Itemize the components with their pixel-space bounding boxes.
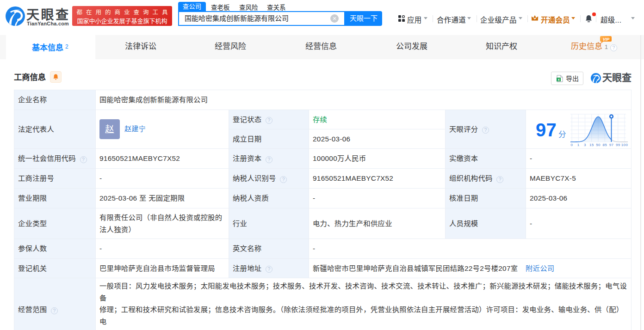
svg-text:3: 3 bbox=[584, 143, 586, 147]
svg-text:VIP: VIP bbox=[603, 37, 610, 42]
svg-text:99: 99 bbox=[616, 143, 620, 147]
svg-text:15: 15 bbox=[589, 143, 594, 147]
svg-text:50: 50 bbox=[596, 143, 601, 147]
svg-text:85: 85 bbox=[602, 143, 607, 147]
svg-text:0: 0 bbox=[571, 143, 573, 147]
svg-text:100: 100 bbox=[621, 143, 628, 147]
svg-text:1: 1 bbox=[577, 143, 580, 147]
svg-text:X: X bbox=[557, 78, 560, 81]
svg-text:97: 97 bbox=[609, 143, 614, 147]
